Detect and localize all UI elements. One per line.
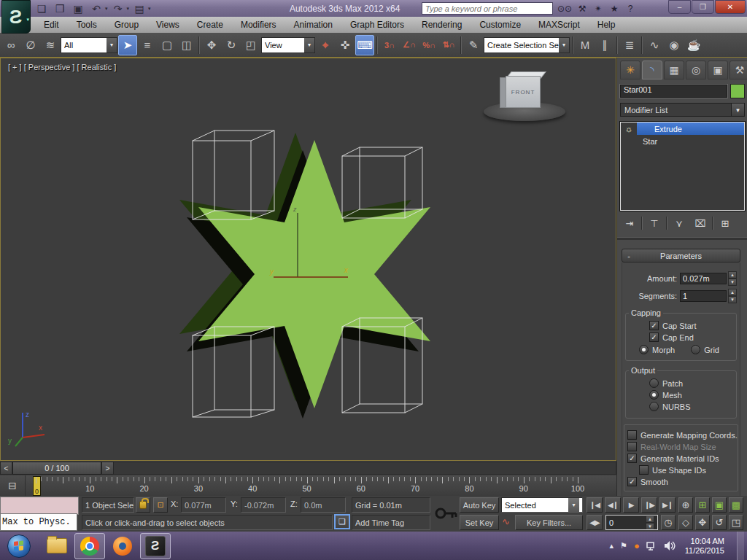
key-filters-button[interactable]: Key Filters...: [515, 515, 583, 530]
show-hidden-icons-button[interactable]: ▴: [609, 541, 614, 551]
amount-field[interactable]: 0.027m: [680, 273, 727, 284]
edit-named-selection-sets-icon[interactable]: ✎: [464, 35, 483, 55]
time-slider-track[interactable]: [114, 462, 616, 475]
isolate-selection-button[interactable]: ❏: [334, 514, 350, 529]
go-to-start-button[interactable]: ❙◀: [587, 497, 603, 513]
current-frame-marker[interactable]: 0: [33, 476, 41, 496]
key-mode-toggle-button[interactable]: ◀▶: [587, 515, 603, 530]
maxscript-mini-listener[interactable]: Max to Physc.: [0, 513, 77, 531]
update-notification-icon[interactable]: ●: [634, 540, 640, 551]
zoom-extents-button[interactable]: ▣: [712, 497, 727, 513]
modifier-label[interactable]: Extrude: [637, 122, 744, 135]
viewcube[interactable]: FRONT: [482, 71, 570, 130]
redo-dropdown-arrow-icon[interactable]: ▾: [127, 6, 130, 12]
menu-item-rendering[interactable]: Rendering: [413, 17, 471, 33]
open-file-button[interactable]: ❒: [52, 1, 68, 15]
auto-key-button[interactable]: Auto Key: [460, 497, 499, 513]
taskbar-explorer-button[interactable]: [42, 534, 71, 559]
menu-item-tools[interactable]: Tools: [68, 17, 106, 33]
spinner-down-icon[interactable]: ▾: [728, 279, 737, 286]
set-keys-button[interactable]: [433, 497, 458, 530]
spinner-snap-icon[interactable]: ⇅∩: [439, 35, 458, 55]
y-coordinate-field[interactable]: -0.072m: [241, 497, 286, 513]
material-editor-icon[interactable]: ◉: [665, 35, 684, 55]
time-configuration-button[interactable]: ◷: [661, 515, 676, 530]
viewport-label[interactable]: [ + ] [ Perspective ] [ Realistic ]: [8, 63, 116, 71]
use-shape-ids-checkbox[interactable]: [639, 465, 649, 475]
help-icon[interactable]: ?: [624, 4, 636, 14]
pan-view-button[interactable]: ✥: [695, 515, 710, 530]
previous-frame-arrow[interactable]: <: [0, 462, 12, 475]
render-setup-icon[interactable]: ☕: [684, 35, 703, 55]
tab-display[interactable]: ▣: [708, 61, 728, 79]
application-menu-button[interactable]: S ▾: [1, 0, 31, 34]
start-button[interactable]: [7, 534, 31, 558]
object-name-field[interactable]: Star001: [620, 85, 727, 98]
frame-spinner[interactable]: ▴ ▾: [646, 516, 654, 530]
x-coordinate-field[interactable]: 0.077m: [181, 497, 226, 513]
network-icon[interactable]: [646, 542, 657, 551]
tab-hierarchy[interactable]: ▦: [664, 61, 684, 79]
remove-modifier-icon[interactable]: ⌧: [691, 215, 710, 231]
percent-snap-icon[interactable]: %∩: [419, 35, 438, 55]
menu-item-graph-editors[interactable]: Graph Editors: [341, 17, 413, 33]
action-center-flag-icon[interactable]: ⚑: [620, 541, 627, 551]
menu-item-create[interactable]: Create: [188, 17, 232, 33]
patch-radio[interactable]: [649, 378, 659, 388]
orbit-button[interactable]: ↺: [712, 515, 727, 530]
bind-to-space-warp-icon[interactable]: ≋: [41, 35, 60, 55]
default-in-out-tangents-icon[interactable]: ∿: [502, 516, 510, 527]
previous-frame-button[interactable]: ◀❙: [605, 497, 621, 513]
taskbar-clock[interactable]: 10:04 AM 11/26/2015: [685, 537, 724, 556]
nurbs-radio[interactable]: [649, 402, 659, 411]
taskbar-3dsmax-button[interactable]: S: [140, 533, 171, 559]
cap-start-checkbox[interactable]: [649, 321, 659, 330]
select-and-link-icon[interactable]: ∞: [1, 35, 20, 55]
show-desktop-button[interactable]: [737, 532, 744, 560]
modifier-stack-row-star[interactable]: Star: [621, 135, 744, 147]
select-and-manipulate-icon[interactable]: ✜: [336, 35, 355, 55]
maximize-button[interactable]: ❐: [692, 0, 714, 14]
viewcube-front-face[interactable]: FRONT: [506, 76, 541, 108]
zoom-button[interactable]: ⊕: [678, 497, 693, 513]
selection-set-filter-dropdown[interactable]: Selected ▾: [501, 497, 583, 513]
configure-modifier-sets-icon[interactable]: ⊞: [716, 215, 735, 231]
object-color-swatch[interactable]: [730, 84, 745, 98]
selection-lock-toggle[interactable]: [136, 497, 150, 513]
play-button[interactable]: ▶: [623, 497, 639, 513]
reference-coordinate-dropdown[interactable]: View ▾: [261, 37, 315, 53]
menu-item-maxscript[interactable]: MAXScript: [530, 17, 589, 33]
window-crossing-icon[interactable]: ◫: [177, 35, 196, 55]
menu-item-group[interactable]: Group: [106, 17, 147, 33]
close-button[interactable]: ✕: [715, 0, 746, 14]
menu-item-views[interactable]: Views: [147, 17, 188, 33]
modifier-stack-row-extrude[interactable]: ☼ Extrude: [621, 122, 744, 135]
pin-stack-icon[interactable]: ⇥: [620, 215, 639, 231]
select-and-move-icon[interactable]: ✥: [202, 35, 221, 55]
modifier-enable-bulb-icon[interactable]: ☼: [621, 124, 637, 134]
menu-item-help[interactable]: Help: [589, 17, 624, 33]
keyboard-shortcut-override-icon[interactable]: ⌨: [355, 35, 374, 55]
workspace-dropdown-arrow-icon[interactable]: ▾: [148, 6, 151, 12]
maxscript-mini-listener-macro[interactable]: [0, 497, 79, 515]
mesh-radio[interactable]: [649, 390, 659, 400]
spinner-up-icon[interactable]: ▴: [728, 289, 737, 296]
smooth-checkbox[interactable]: [627, 477, 637, 486]
named-selection-sets-dropdown[interactable]: Create Selection Se ▾: [484, 37, 570, 53]
search-binoculars-icon[interactable]: ⊙⊙: [557, 4, 572, 14]
menu-item-customize[interactable]: Customize: [471, 17, 530, 33]
absolute-mode-toggle[interactable]: ⊡: [153, 497, 168, 513]
redo-button[interactable]: ↷: [110, 1, 126, 15]
use-pivot-point-icon[interactable]: ⌖: [316, 35, 335, 55]
amount-spinner[interactable]: ▴ ▾: [728, 271, 737, 286]
undo-dropdown-arrow-icon[interactable]: ▾: [105, 6, 108, 12]
save-file-button[interactable]: ▣: [70, 1, 86, 15]
segments-spinner[interactable]: ▴ ▾: [728, 289, 737, 303]
set-key-button[interactable]: Set Key: [460, 515, 499, 530]
tab-create[interactable]: ✳: [620, 61, 640, 79]
generate-material-ids-checkbox[interactable]: [627, 454, 637, 463]
zoom-all-button[interactable]: ⊞: [695, 497, 710, 513]
next-frame-arrow[interactable]: >: [101, 462, 114, 475]
select-object-button[interactable]: ➤: [118, 35, 137, 55]
angle-snap-icon[interactable]: ∠∩: [400, 35, 419, 55]
